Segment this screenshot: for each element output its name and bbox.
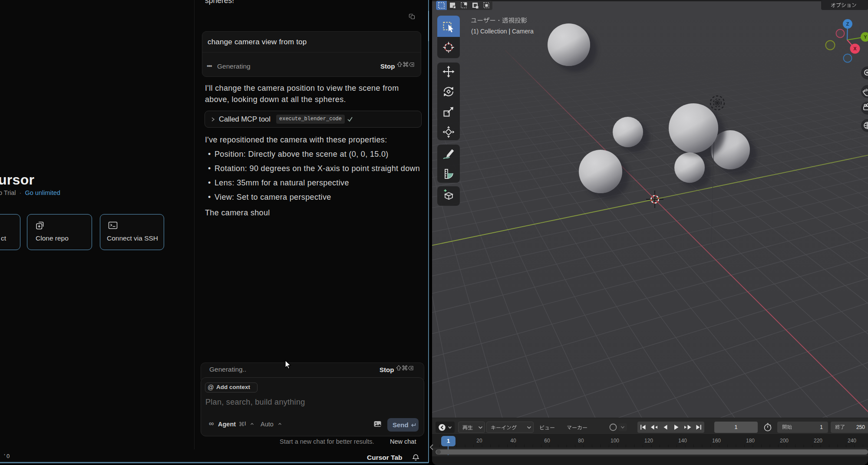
svg-text:X: X — [853, 46, 857, 51]
svg-text:Y: Y — [864, 34, 867, 40]
svg-text:Z: Z — [846, 21, 849, 26]
